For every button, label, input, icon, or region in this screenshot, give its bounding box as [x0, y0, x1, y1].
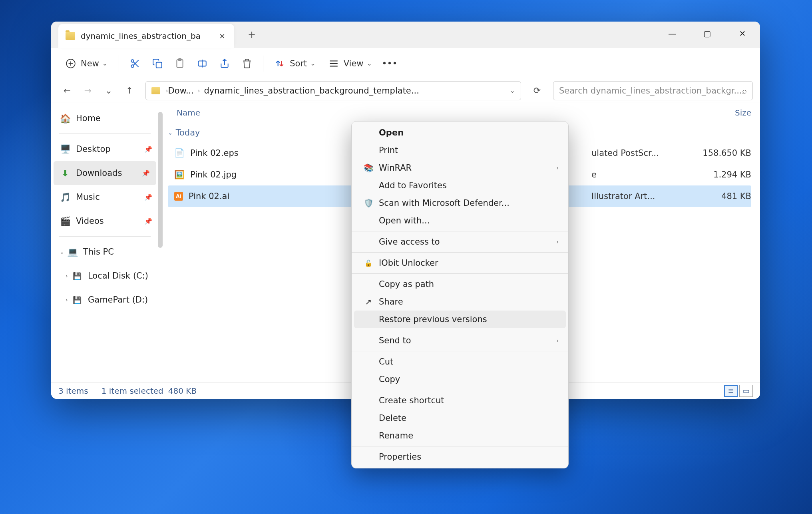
minimize-button[interactable]: —: [655, 22, 690, 46]
breadcrumb-seg[interactable]: Dow...: [168, 86, 194, 96]
search-input[interactable]: Search dynamic_lines_abstraction_backgr.…: [553, 81, 753, 100]
back-button[interactable]: ←: [58, 82, 76, 100]
clipboard-icon: [175, 58, 185, 69]
column-headers: Name Size: [159, 102, 760, 123]
download-icon: ⬇: [60, 168, 70, 178]
new-button[interactable]: New ⌄: [59, 54, 114, 73]
svg-point-4: [131, 65, 134, 68]
chevron-right-icon: ›: [556, 337, 559, 344]
paste-button[interactable]: [169, 58, 191, 69]
rename-icon: [197, 58, 207, 69]
ctx-cut[interactable]: Cut: [354, 353, 566, 371]
winrar-icon: 📚: [362, 163, 375, 173]
sort-icon: [275, 58, 285, 69]
chevron-right-icon[interactable]: ›: [62, 273, 71, 279]
new-tab-button[interactable]: +: [244, 27, 260, 43]
sort-button[interactable]: Sort ⌄: [268, 54, 322, 73]
toolbar: New ⌄ Sort ⌄ View ⌄ •••: [51, 48, 760, 79]
tab-close-button[interactable]: ✕: [217, 31, 227, 41]
chevron-right-icon: ›: [198, 88, 200, 94]
home-icon: 🏠: [60, 113, 70, 124]
ctx-restore-versions[interactable]: Restore previous versions: [354, 311, 566, 328]
ctx-add-favorites[interactable]: Add to Favorites: [354, 177, 566, 194]
ctx-scan-defender[interactable]: 🛡️Scan with Microsoft Defender...: [354, 194, 566, 212]
svg-point-3: [131, 60, 134, 62]
scissors-icon: [130, 58, 140, 69]
chevron-down-icon: ⌄: [367, 60, 372, 67]
video-icon: 🎬: [60, 216, 70, 226]
ctx-open[interactable]: Open: [354, 124, 566, 141]
ctx-winrar[interactable]: 📚WinRAR›: [354, 159, 566, 177]
ctx-iobit[interactable]: 🔓IObit Unlocker: [354, 254, 566, 272]
close-button[interactable]: ✕: [725, 22, 760, 46]
recent-button[interactable]: ⌄: [100, 82, 117, 100]
icons-view-button[interactable]: ▭: [739, 385, 753, 397]
shield-icon: 🛡️: [362, 198, 375, 208]
chevron-right-icon: ›: [556, 165, 559, 171]
unlock-icon: 🔓: [362, 259, 375, 267]
sidebar-thispc[interactable]: ⌄ 💻 This PC: [51, 240, 159, 264]
pin-icon: 📌: [144, 193, 152, 201]
jpg-icon: 🖼️: [174, 169, 185, 180]
ctx-give-access[interactable]: Give access to›: [354, 233, 566, 251]
rename-button[interactable]: [191, 58, 213, 69]
delete-button[interactable]: [236, 58, 258, 69]
sidebar-downloads[interactable]: ⬇ Downloads 📌: [54, 161, 156, 185]
forward-button[interactable]: →: [79, 82, 97, 100]
sidebar-localc[interactable]: › 💾 Local Disk (C:): [51, 264, 159, 288]
up-button[interactable]: ↑: [121, 82, 138, 100]
breadcrumb-seg[interactable]: dynamic_lines_abstraction_background_tem…: [204, 86, 419, 96]
col-size[interactable]: Size: [695, 108, 751, 118]
chevron-down-icon[interactable]: ⌄: [510, 87, 515, 94]
share-icon: ↗: [362, 297, 375, 307]
status-selected: 1 item selected: [102, 386, 163, 396]
sidebar-videos[interactable]: 🎬 Videos 📌: [51, 209, 159, 233]
sidebar-music[interactable]: 🎵 Music 📌: [51, 185, 159, 209]
pin-icon: 📌: [142, 169, 150, 177]
search-icon: ⌕: [742, 86, 747, 96]
trash-icon: [242, 58, 252, 69]
chevron-down-icon[interactable]: ⌄: [58, 249, 66, 255]
folder-icon: [66, 32, 75, 40]
share-button[interactable]: [213, 58, 236, 69]
ctx-properties[interactable]: Properties: [354, 448, 566, 466]
ctx-print[interactable]: Print: [354, 141, 566, 159]
sidebar-desktop[interactable]: 🖥️ Desktop 📌: [51, 137, 159, 161]
copy-icon: [152, 58, 163, 69]
sidebar-gamepart[interactable]: › 💾 GamePart (D:): [51, 288, 159, 312]
ctx-share[interactable]: ↗Share: [354, 293, 566, 311]
address-bar[interactable]: › Dow... › dynamic_lines_abstraction_bac…: [145, 81, 521, 100]
eps-icon: 📄: [174, 148, 185, 158]
sidebar: 🏠 Home 🖥️ Desktop 📌 ⬇ Downloads 📌 🎵 Musi…: [51, 102, 159, 382]
ctx-copy[interactable]: Copy: [354, 371, 566, 388]
folder-icon: [151, 87, 160, 94]
ctx-create-shortcut[interactable]: Create shortcut: [354, 392, 566, 409]
refresh-button[interactable]: ⟳: [528, 82, 546, 100]
tab-current[interactable]: dynamic_lines_abstraction_ba ✕: [58, 24, 234, 48]
ctx-copy-as-path[interactable]: Copy as path: [354, 275, 566, 293]
ctx-send-to[interactable]: Send to›: [354, 332, 566, 349]
ai-icon: Ai: [174, 192, 183, 201]
col-name[interactable]: Name: [168, 108, 388, 118]
chevron-right-icon[interactable]: ›: [62, 297, 71, 303]
chevron-right-icon: ›: [556, 239, 559, 245]
details-view-button[interactable]: ≡: [724, 385, 738, 397]
maximize-button[interactable]: ▢: [690, 22, 725, 46]
navbar: ← → ⌄ ↑ › Dow... › dynamic_lines_abstrac…: [51, 79, 760, 102]
view-button[interactable]: View ⌄: [322, 54, 378, 73]
ctx-delete[interactable]: Delete: [354, 409, 566, 427]
chevron-down-icon: ⌄: [168, 129, 173, 136]
ctx-open-with[interactable]: Open with...: [354, 212, 566, 229]
titlebar: dynamic_lines_abstraction_ba ✕ + — ▢ ✕: [51, 22, 760, 48]
copy-button[interactable]: [146, 58, 169, 69]
list-icon: [328, 58, 339, 69]
chevron-down-icon: ⌄: [310, 60, 315, 67]
ctx-rename[interactable]: Rename: [354, 427, 566, 444]
cut-button[interactable]: [124, 58, 146, 69]
music-icon: 🎵: [60, 192, 70, 202]
chevron-down-icon: ⌄: [102, 60, 107, 67]
sidebar-home[interactable]: 🏠 Home: [51, 106, 159, 130]
status-size: 480 KB: [168, 386, 197, 396]
disk-icon: 💾: [72, 271, 82, 281]
more-button[interactable]: •••: [378, 58, 401, 68]
